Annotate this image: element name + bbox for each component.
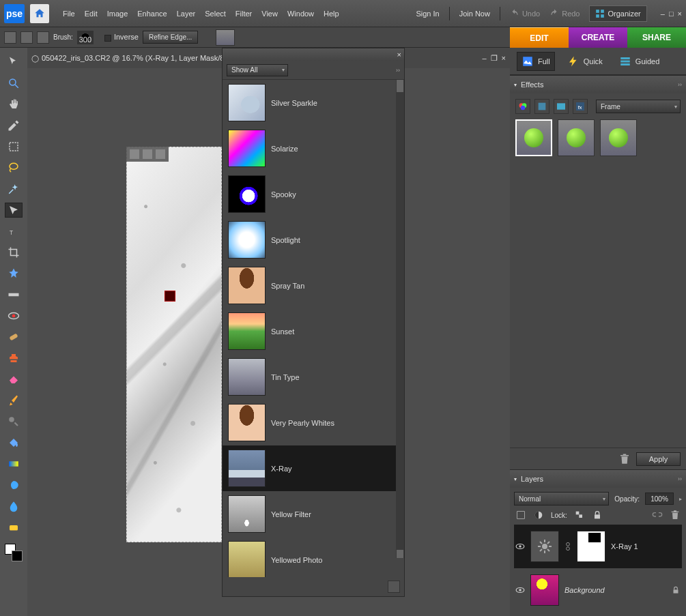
organizer-button[interactable]: Organizer bbox=[589, 5, 646, 22]
effects-panel-title[interactable]: ▾ Effects ›› bbox=[510, 76, 686, 93]
menu-image[interactable]: Image bbox=[107, 10, 128, 18]
menu-view[interactable]: View bbox=[261, 10, 278, 18]
tab-edit[interactable]: EDIT bbox=[510, 27, 569, 48]
effect-item[interactable]: Spooky bbox=[223, 171, 396, 217]
frame-thumb-3[interactable] bbox=[600, 119, 637, 156]
doc-restore-button[interactable]: ❐ bbox=[491, 54, 498, 63]
document-tab-title[interactable]: 050422_iris_03.CR2 @ 16.7% (X-Ray 1, Lay… bbox=[42, 54, 224, 62]
cookie-cutter-tool[interactable] bbox=[5, 266, 23, 281]
redeye-tool[interactable] bbox=[5, 308, 23, 323]
effects-type-all[interactable]: fx bbox=[573, 99, 588, 114]
new-layer-icon[interactable] bbox=[515, 510, 526, 520]
opacity-input[interactable]: 100% bbox=[645, 493, 674, 505]
lock-all-icon[interactable] bbox=[592, 510, 603, 520]
apply-button[interactable]: Apply bbox=[636, 452, 681, 466]
doc-close-button[interactable]: × bbox=[502, 54, 506, 63]
tab-share[interactable]: SHARE bbox=[627, 27, 686, 48]
straighten-tool[interactable] bbox=[5, 287, 23, 302]
move-tool[interactable] bbox=[5, 55, 23, 70]
paint-bucket-tool[interactable] bbox=[5, 435, 23, 450]
quick-select-add-icon[interactable] bbox=[4, 31, 16, 44]
effect-item[interactable]: X-Ray bbox=[223, 445, 396, 491]
healing-tool[interactable] bbox=[5, 329, 23, 344]
effect-item[interactable]: Spray Tan bbox=[223, 263, 396, 308]
effect-item[interactable]: Very Pearly Whites bbox=[223, 400, 396, 445]
gradient-tool[interactable] bbox=[5, 456, 23, 471]
mask-link-icon[interactable] bbox=[564, 541, 571, 552]
flyout-menu-button[interactable] bbox=[388, 581, 400, 593]
lasso-tool[interactable] bbox=[5, 160, 23, 175]
submode-quick[interactable]: Quick bbox=[563, 53, 607, 70]
effects-type-photo-effects[interactable] bbox=[554, 99, 569, 114]
flyout-scrollbar[interactable] bbox=[396, 80, 404, 558]
effect-item[interactable]: Yellow Filter bbox=[223, 491, 396, 537]
maximize-button[interactable]: □ bbox=[669, 10, 674, 18]
menu-file[interactable]: File bbox=[63, 10, 75, 18]
blur-tool[interactable] bbox=[5, 499, 23, 514]
minimize-button[interactable]: – bbox=[661, 10, 665, 18]
blend-mode-dropdown[interactable]: Normal bbox=[514, 492, 609, 505]
foreground-background-swatch[interactable] bbox=[5, 544, 23, 561]
flyout-close-icon[interactable]: × bbox=[397, 50, 401, 59]
eyedropper-tool[interactable] bbox=[5, 118, 23, 133]
magic-wand-tool[interactable] bbox=[5, 181, 23, 196]
doc-minimize-button[interactable]: – bbox=[482, 54, 486, 63]
layer-row[interactable]: X-Ray 1 bbox=[514, 525, 682, 568]
brush-tool[interactable] bbox=[5, 393, 23, 408]
crop-tool[interactable] bbox=[5, 245, 23, 260]
smart-brush-tool[interactable] bbox=[5, 414, 23, 429]
join-now-link[interactable]: Join Now bbox=[459, 10, 490, 18]
mini-tool-3[interactable] bbox=[156, 149, 165, 159]
close-button[interactable]: × bbox=[678, 10, 682, 18]
layer-thumb[interactable] bbox=[530, 574, 559, 606]
layer-name[interactable]: X-Ray 1 bbox=[611, 542, 638, 551]
submode-full[interactable]: Full bbox=[517, 52, 555, 71]
opacity-stepper-icon[interactable]: ▸ bbox=[679, 496, 682, 502]
layer-mask-thumb[interactable] bbox=[577, 531, 605, 562]
home-button[interactable] bbox=[30, 4, 49, 23]
brush-picker[interactable]: 300 bbox=[77, 31, 94, 44]
frame-thumb-2[interactable] bbox=[558, 119, 595, 156]
effects-category-dropdown[interactable]: Frame bbox=[596, 100, 681, 113]
effects-type-filters[interactable] bbox=[515, 99, 530, 114]
zoom-tool[interactable] bbox=[5, 76, 23, 91]
visibility-icon[interactable] bbox=[515, 585, 525, 595]
layer-trash-icon[interactable] bbox=[670, 510, 681, 520]
preset-thumb[interactable] bbox=[216, 29, 235, 46]
disclosure-triangle-icon[interactable]: ▾ bbox=[514, 476, 517, 482]
menu-edit[interactable]: Edit bbox=[85, 10, 98, 18]
menu-window[interactable]: Window bbox=[287, 10, 314, 18]
layer-name[interactable]: Background bbox=[564, 586, 605, 594]
link-layers-icon[interactable] bbox=[652, 510, 663, 520]
effect-item[interactable]: Tin Type bbox=[223, 354, 396, 400]
quick-select-tool[interactable] bbox=[5, 203, 23, 218]
effect-item[interactable]: Yellowed Photo bbox=[223, 537, 396, 577]
menu-select[interactable]: Select bbox=[205, 10, 226, 18]
refine-edge-button[interactable]: Refine Edge... bbox=[143, 31, 198, 44]
layer-row[interactable]: Background bbox=[514, 568, 682, 612]
shape-tool[interactable] bbox=[5, 478, 23, 493]
menu-help[interactable]: Help bbox=[324, 10, 339, 18]
undo-button[interactable]: Undo bbox=[510, 9, 540, 18]
flyout-titlebar[interactable]: × bbox=[223, 48, 404, 61]
menu-filter[interactable]: Filter bbox=[235, 10, 252, 18]
eraser-tool[interactable] bbox=[5, 372, 23, 387]
layers-panel-title[interactable]: ▾ Layers ›› bbox=[510, 470, 686, 488]
trash-icon[interactable] bbox=[618, 453, 631, 465]
redo-button[interactable]: Redo bbox=[549, 9, 580, 18]
inverse-checkbox[interactable] bbox=[104, 35, 111, 42]
layer-effect-thumb[interactable] bbox=[530, 531, 559, 562]
type-tool[interactable]: T bbox=[5, 224, 23, 239]
quick-select-sub-icon[interactable] bbox=[20, 31, 33, 44]
visibility-icon[interactable] bbox=[515, 542, 525, 551]
quick-select-new-icon[interactable] bbox=[37, 31, 49, 44]
lock-transparent-icon[interactable] bbox=[574, 510, 585, 520]
clone-tool[interactable] bbox=[5, 351, 23, 366]
mini-tool-2[interactable] bbox=[143, 149, 152, 159]
sponge-tool[interactable] bbox=[5, 520, 23, 535]
effect-item[interactable]: Solarize bbox=[223, 126, 396, 171]
frame-thumb-1[interactable] bbox=[515, 119, 552, 156]
menu-layer[interactable]: Layer bbox=[177, 10, 196, 18]
adjustment-layer-icon[interactable] bbox=[533, 510, 544, 520]
hand-tool[interactable] bbox=[5, 97, 23, 112]
